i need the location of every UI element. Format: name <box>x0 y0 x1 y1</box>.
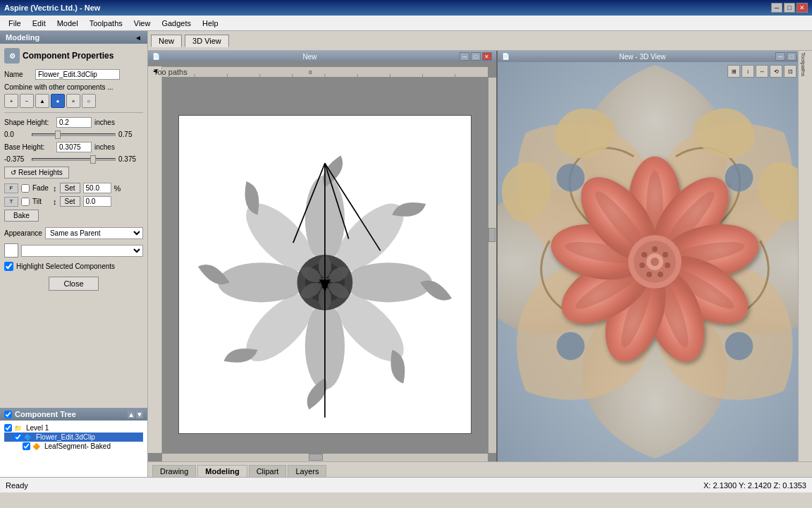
tab-3dview[interactable]: 3D View <box>185 35 229 47</box>
combine-merge-low[interactable]: ● <box>51 94 65 108</box>
status-ready: Ready <box>6 481 28 490</box>
close-button[interactable]: Close <box>49 277 98 291</box>
tilt-checkbox[interactable] <box>21 198 30 206</box>
comp-tree-checkbox[interactable] <box>4 411 12 418</box>
status-bar: Ready X: 2.1300 Y: 2.1420 Z: 0.1353 <box>0 477 812 492</box>
highlight-row: Highlight Selected Components <box>4 262 143 271</box>
fade-value-input[interactable] <box>83 183 111 193</box>
base-height-unit: inches <box>94 143 115 151</box>
close-button[interactable]: ✕ <box>796 3 808 13</box>
shape-height-input[interactable] <box>56 117 92 128</box>
view-2d-max[interactable]: □ <box>471 52 481 61</box>
tree-item-flower[interactable]: 🔷 Flower_Edit.3dClip <box>4 433 143 442</box>
tilt-set-button[interactable]: Set <box>60 196 80 207</box>
shape-height-slider-row: 0.0 0.75 <box>4 131 143 138</box>
comp-properties-label: Component Properties <box>23 51 113 61</box>
panel-header: Modeling ◄ <box>0 31 147 44</box>
comp-tree-body: 📁 Level 1 🔷 Flower_Edit.3dClip 🔶 LeafSeg… <box>0 421 147 477</box>
svg-point-63 <box>646 272 652 277</box>
base-height-thumb[interactable] <box>90 155 96 164</box>
comp-tree-title: Component Tree <box>15 410 76 418</box>
shape-height-track <box>32 133 116 136</box>
shape-height-thumb[interactable] <box>55 131 61 139</box>
view-3d-canvas[interactable] <box>498 62 812 461</box>
toolbar-3d-row: ⊞ ↕ ↔ ⟲ ⊡ <box>727 65 796 78</box>
combine-multiply[interactable]: × <box>66 94 80 108</box>
combine-subtract[interactable]: − <box>20 94 34 108</box>
panel-collapse-button[interactable]: ◄ <box>135 34 142 42</box>
color-picker-row <box>4 243 143 258</box>
name-input[interactable] <box>35 69 120 80</box>
menu-toolpaths[interactable]: Toolpaths <box>84 18 128 29</box>
tree-down-button[interactable]: ▼ <box>136 411 143 418</box>
view-2d: 📄 New ─ □ ✕ Too paths ◀ <box>148 51 496 461</box>
menu-model[interactable]: Model <box>51 18 84 29</box>
tab-drawing[interactable]: Drawing <box>152 465 196 477</box>
base-height-input[interactable] <box>56 142 92 152</box>
scrollbar-v-2d[interactable] <box>488 78 496 453</box>
toolbar-area: New 3D View <box>148 31 812 51</box>
3d-tool-4[interactable]: ⟲ <box>770 65 782 78</box>
reset-heights-button[interactable]: ↺ Reset Heights <box>4 167 69 179</box>
fade-checkbox[interactable] <box>21 184 30 193</box>
menu-gadgets[interactable]: Gadgets <box>156 18 197 29</box>
3d-tool-1[interactable]: ⊞ <box>727 65 740 78</box>
highlight-label: Highlight Selected Components <box>16 262 115 270</box>
3d-tool-3[interactable]: ↔ <box>756 65 768 78</box>
tab-modeling[interactable]: Modeling <box>197 465 247 477</box>
left-panel: Modeling ◄ ⚙ Component Properties Name C… <box>0 31 148 477</box>
canvas-2d[interactable] <box>162 78 488 453</box>
svg-point-62 <box>658 272 663 277</box>
name-field-row: Name <box>4 69 143 80</box>
shape-height-unit: inches <box>94 119 115 126</box>
menu-file[interactable]: File <box>3 18 27 29</box>
highlight-checkbox[interactable] <box>4 262 13 271</box>
view-3d-min[interactable]: ─ <box>775 52 785 61</box>
bake-button[interactable]: Bake <box>4 210 39 222</box>
ornament-svg <box>179 116 471 433</box>
tree-check-level1[interactable] <box>4 424 12 432</box>
view-2d-close[interactable]: ✕ <box>482 52 492 61</box>
fade-set-button[interactable]: Set <box>60 183 80 193</box>
menu-help[interactable]: Help <box>197 18 224 29</box>
3d-tool-2[interactable]: ↕ <box>742 65 754 78</box>
app-body: Modeling ◄ ⚙ Component Properties Name C… <box>0 31 812 477</box>
views-container: 📄 New ─ □ ✕ Too paths ◀ <box>148 51 812 461</box>
tab-clipart[interactable]: Clipart <box>249 465 287 477</box>
combine-none[interactable]: ○ <box>82 94 96 108</box>
tree-item-leaf[interactable]: 🔶 LeafSegment- Baked <box>4 442 143 451</box>
3d-tool-5[interactable]: ⊡ <box>784 65 796 78</box>
color-select[interactable] <box>21 245 143 257</box>
svg-text:0: 0 <box>309 69 312 75</box>
combine-options-row: + − ▲ ● × ○ <box>4 94 143 108</box>
title-controls: ─ □ ✕ <box>771 3 808 13</box>
tilt-value-input[interactable] <box>83 196 111 207</box>
ruler-h: 0 <box>162 66 488 78</box>
scrollbar-thumb-v[interactable] <box>488 228 496 242</box>
bottom-tabs: Drawing Modeling Clipart Layers <box>148 461 812 477</box>
tab-layers[interactable]: Layers <box>288 465 326 477</box>
appearance-select[interactable]: Same as Parent <box>45 227 143 239</box>
scrollbar-thumb-h[interactable] <box>309 454 323 461</box>
color-swatch[interactable] <box>4 243 18 258</box>
tab-new[interactable]: New <box>151 35 182 47</box>
tree-item-level1[interactable]: 📁 Level 1 <box>4 423 143 433</box>
scrollbar-h-2d[interactable] <box>162 453 488 461</box>
shape-height-min: 0.0 <box>4 131 29 138</box>
tilt-icon: T <box>4 197 18 207</box>
maximize-button[interactable]: □ <box>784 3 795 13</box>
folder-icon: 📁 <box>14 425 24 432</box>
combine-add[interactable]: + <box>4 94 18 108</box>
tree-check-leaf[interactable] <box>23 442 30 450</box>
menu-edit[interactable]: Edit <box>27 18 51 29</box>
3d-ornament-svg <box>498 62 812 461</box>
menu-view[interactable]: View <box>128 18 156 29</box>
combine-merge-high[interactable]: ▲ <box>35 94 49 108</box>
minimize-button[interactable]: ─ <box>771 3 782 13</box>
svg-point-38 <box>557 164 585 192</box>
view-3d-max[interactable]: □ <box>787 52 796 61</box>
title-text: Aspire (Vectric Ltd.) - New <box>4 4 100 12</box>
tree-check-flower[interactable] <box>14 433 22 441</box>
tree-up-button[interactable]: ▲ <box>128 411 135 418</box>
view-2d-min[interactable]: ─ <box>460 52 469 61</box>
